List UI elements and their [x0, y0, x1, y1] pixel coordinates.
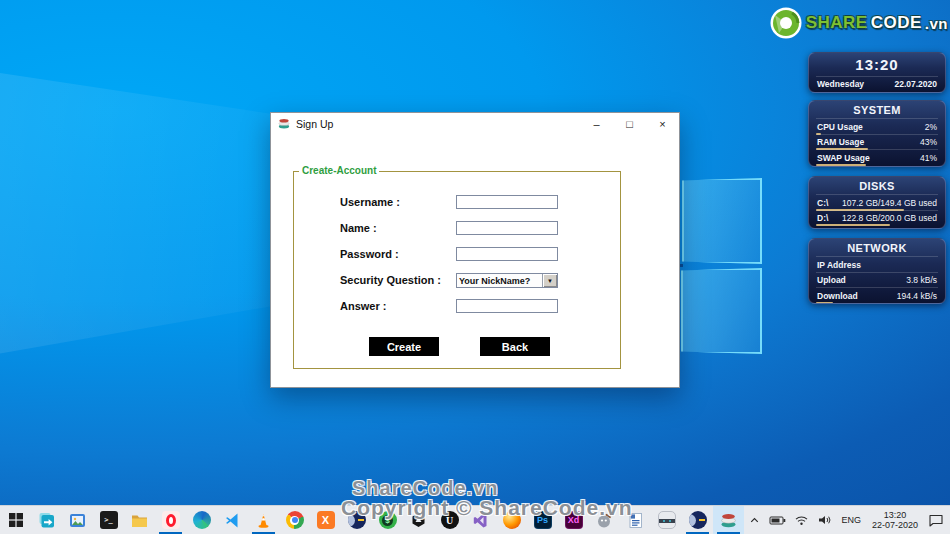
system-row-swap: SWAP Usage 41% [816, 149, 938, 165]
network-widget: NETWORK IP Address Upload 3.8 kB/s Downl… [808, 238, 946, 304]
password-label: Password : [340, 248, 399, 260]
visual-studio-icon [471, 511, 490, 530]
adobe-xd-icon: Xd [565, 511, 583, 529]
taskbar-green-app[interactable]: $ [372, 506, 403, 534]
unity-icon [409, 511, 428, 530]
disk-row-d: D:\ 122.8 GB/200.0 GB used [816, 210, 938, 226]
taskbar-writer-document[interactable] [620, 506, 651, 534]
tray-wifi[interactable] [793, 506, 810, 534]
clock-date: 22.07.2020 [894, 79, 937, 89]
taskbar-vlc[interactable] [248, 506, 279, 534]
taskbar-opera[interactable] [155, 506, 186, 534]
writer-document-icon [626, 511, 645, 530]
disk-d-bar [816, 224, 890, 226]
windows-logo-pane-bottom [681, 268, 762, 354]
groupbox-legend: Create-Account [299, 165, 379, 176]
taskbar-visual-studio[interactable] [465, 506, 496, 534]
database-app-icon [658, 511, 676, 529]
create-button[interactable]: Create [369, 337, 439, 356]
disk-row-c: C:\ 107.2 GB/149.4 GB used [816, 194, 938, 210]
gimp-icon [595, 511, 614, 530]
photoshop-icon: Ps [534, 511, 552, 529]
taskbar-adobe-xd[interactable]: Xd [558, 506, 589, 534]
dropdown-arrow-icon[interactable]: ▼ [542, 274, 557, 287]
password-input[interactable] [456, 247, 558, 261]
tray-volume[interactable] [816, 506, 833, 534]
network-widget-title: NETWORK [809, 239, 945, 256]
photos-icon [68, 511, 87, 530]
system-tray: ENG 13:20 22-07-2020 [747, 506, 950, 534]
tray-clock[interactable]: 13:20 22-07-2020 [869, 506, 921, 534]
dropdown-selected-value: Your NickName? [457, 274, 542, 287]
windows-logo-pane-top [682, 178, 762, 264]
edge-icon [193, 511, 211, 529]
taskbar-java-signup-app[interactable] [713, 506, 744, 534]
name-input[interactable] [456, 221, 558, 235]
windows-start-icon [8, 512, 24, 528]
username-label: Username : [340, 196, 400, 208]
taskbar-file-explorer[interactable] [124, 506, 155, 534]
form-row-security-question: Security Question : Your NickName? ▼ [294, 274, 620, 289]
username-input[interactable] [456, 195, 558, 209]
minimize-button[interactable]: – [580, 113, 613, 134]
taskbar-eclipse[interactable] [341, 506, 372, 534]
system-widget-title: SYSTEM [809, 101, 945, 118]
taskbar-vscode[interactable] [217, 506, 248, 534]
system-row-ram: RAM Usage 43% [816, 134, 938, 150]
battery-icon [769, 514, 786, 526]
unreal-engine-icon: U [441, 511, 459, 529]
taskbar-file-mover[interactable] [31, 506, 62, 534]
tray-language[interactable]: ENG [839, 506, 863, 534]
clock-time: 13:20 [809, 53, 945, 73]
notification-icon [928, 513, 944, 527]
network-row-ip: IP Address [816, 256, 938, 272]
system-row-cpu: CPU Usage 2% [816, 118, 938, 134]
taskbar-photoshop[interactable]: Ps [527, 506, 558, 534]
name-label: Name : [340, 222, 377, 234]
back-button[interactable]: Back [480, 337, 550, 356]
taskbar-chrome[interactable] [279, 506, 310, 534]
logo-text-share: SHARE [806, 13, 868, 33]
taskbar-photos[interactable] [62, 506, 93, 534]
start-button[interactable] [0, 506, 31, 534]
answer-input[interactable] [456, 299, 558, 313]
taskbar-eclipse-2[interactable] [682, 506, 713, 534]
vscode-icon [223, 511, 242, 530]
security-question-label: Security Question : [340, 274, 441, 286]
taskbar-database-app[interactable] [651, 506, 682, 534]
xampp-icon: X [317, 511, 335, 529]
window-titlebar[interactable]: Sign Up – □ × [271, 113, 679, 134]
tray-chevron-up[interactable] [747, 506, 762, 534]
swap-usage-bar [816, 164, 866, 166]
vlc-icon [254, 511, 273, 530]
form-row-username: Username : [294, 196, 620, 211]
disks-widget-title: DISKS [809, 177, 945, 194]
taskbar-firefox[interactable] [496, 506, 527, 534]
signup-window: Sign Up – □ × Create-Account Username : … [270, 112, 680, 388]
file-explorer-icon [130, 511, 149, 530]
taskbar-icons: >_ [0, 506, 744, 534]
network-row-upload: Upload 3.8 kB/s [816, 272, 938, 288]
tray-battery[interactable] [768, 506, 787, 534]
maximize-button[interactable]: □ [613, 113, 646, 134]
eclipse-icon [689, 511, 707, 529]
clock-widget: 13:20 Wednesday 22.07.2020 [808, 52, 946, 93]
eclipse-icon [348, 511, 366, 529]
taskbar-edge[interactable] [186, 506, 217, 534]
security-question-dropdown[interactable]: Your NickName? ▼ [456, 273, 558, 288]
taskbar-unity[interactable] [403, 506, 434, 534]
form-row-name: Name : [294, 222, 620, 237]
taskbar-gimp[interactable] [589, 506, 620, 534]
close-button[interactable]: × [646, 113, 679, 134]
taskbar-xampp[interactable]: X [310, 506, 341, 534]
logo-text-code: CODE [871, 13, 922, 33]
taskbar-command-prompt[interactable]: >_ [93, 506, 124, 534]
form-row-answer: Answer : [294, 300, 620, 315]
wifi-icon [794, 514, 809, 526]
tray-action-center[interactable] [927, 506, 945, 534]
desktop-screen: SHARECODE.vn 13:20 Wednesday 22.07.2020 … [0, 0, 950, 534]
download-bar [816, 302, 833, 304]
taskbar-unreal[interactable]: U [434, 506, 465, 534]
create-account-groupbox: Create-Account Username : Name : Passwor… [293, 171, 621, 369]
system-widget: SYSTEM CPU Usage 2% RAM Usage 43% SWAP U… [808, 100, 946, 167]
